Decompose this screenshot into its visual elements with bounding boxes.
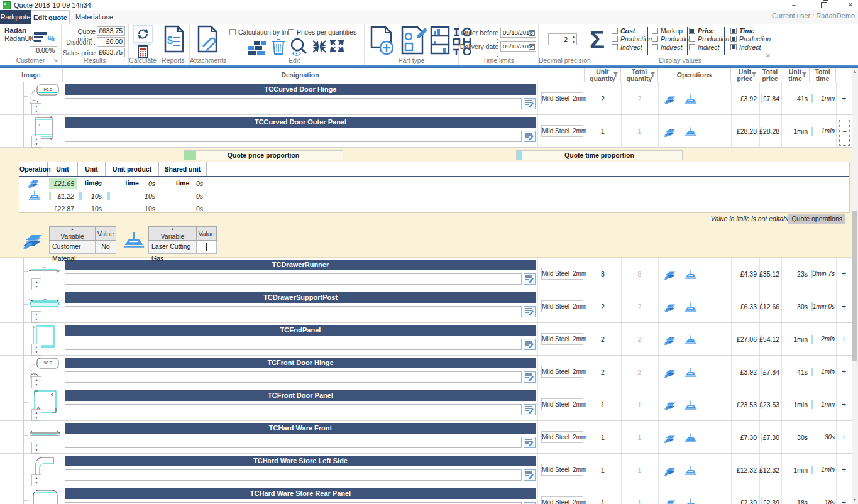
restore-button[interactable]: [817, 0, 831, 9]
part-note-input[interactable]: [65, 437, 522, 448]
tab-material-use[interactable]: Material use: [72, 10, 116, 24]
calendar-icon[interactable]: [529, 30, 535, 38]
variable-column-header[interactable]: Variable▲: [148, 226, 197, 241]
variable-value-cell[interactable]: No: [95, 241, 116, 254]
tab-edit-quote[interactable]: Edit quote: [31, 10, 70, 24]
laser-cut-icon[interactable]: [663, 432, 678, 445]
filter-funnel-icon[interactable]: [650, 71, 656, 79]
quantity-spinner[interactable]: ▲▼: [31, 103, 41, 115]
results-row-value-0[interactable]: £633.75: [97, 26, 125, 36]
ops-header-1[interactable]: Unit price: [48, 162, 78, 176]
variable-name-cell[interactable]: Customer Material: [49, 241, 96, 254]
display-values-checkbox-0-1[interactable]: [612, 36, 618, 42]
column-header-total-quantity[interactable]: Totalquantity: [621, 68, 658, 82]
calendar-icon[interactable]: [529, 43, 535, 52]
spin-up-icon[interactable]: ▲: [572, 34, 575, 39]
edit-note-button[interactable]: [524, 98, 536, 109]
attachments-icon[interactable]: [195, 25, 219, 55]
spinner-down-icon[interactable]: ▼: [32, 349, 41, 354]
scroll-down-icon[interactable]: ▼: [852, 496, 858, 504]
display-values-checkbox-0-2[interactable]: [612, 44, 618, 50]
display-values-checkbox-2-1[interactable]: [689, 36, 695, 42]
display-values-checkbox-2-2[interactable]: [689, 44, 695, 50]
laser-cut-icon[interactable]: [663, 367, 678, 380]
edit-part-icon[interactable]: [399, 25, 428, 58]
edit-note-button[interactable]: [524, 131, 536, 142]
material-badge[interactable]: Mild Steel 2mm: [541, 366, 583, 378]
unit-quantity-value[interactable]: 1: [585, 421, 621, 454]
unit-quantity-value[interactable]: 1: [585, 388, 621, 421]
edit-note-button[interactable]: [524, 273, 536, 285]
spinner-down-icon[interactable]: ▼: [32, 317, 41, 322]
spinner-down-icon[interactable]: ▼: [32, 141, 41, 146]
deburr-icon[interactable]: [683, 465, 698, 478]
unit-quantity-value[interactable]: 8: [585, 258, 621, 290]
edit-note-button[interactable]: [524, 371, 536, 383]
laser-cut-icon[interactable]: [663, 94, 678, 106]
customer-dialog-launcher-icon[interactable]: ⇲: [53, 58, 59, 63]
deburr-icon[interactable]: [683, 334, 698, 347]
expand-row-button[interactable]: +: [837, 323, 850, 356]
time-limit-date-input-1[interactable]: 09/10/2018: [500, 41, 536, 52]
edit-note-button[interactable]: [524, 404, 536, 415]
display-values-dialog-launcher-icon[interactable]: ⇲: [766, 52, 771, 58]
scrollbar-thumb[interactable]: [852, 211, 857, 361]
quantity-spinner[interactable]: ▲▼: [31, 442, 41, 454]
quantity-spinner[interactable]: ▲▼: [31, 136, 41, 148]
edit-note-button[interactable]: [524, 437, 536, 448]
filter-funnel-icon[interactable]: [801, 71, 807, 79]
delete-trash-icon[interactable]: [271, 38, 286, 57]
new-part-icon[interactable]: [368, 25, 395, 58]
expand-row-button[interactable]: +: [837, 486, 850, 504]
filter-funnel-icon[interactable]: [751, 71, 757, 79]
quote-operations-button[interactable]: Quote operations: [788, 214, 845, 224]
material-badge[interactable]: Mild Steel 2mm: [541, 431, 583, 443]
display-values-checkbox-1-0[interactable]: [652, 28, 658, 34]
spinner-up-icon[interactable]: ▲: [32, 410, 41, 415]
quantity-spinner[interactable]: ▲▼: [31, 474, 41, 486]
column-header-image[interactable]: Image: [0, 68, 63, 82]
column-header-unit-time[interactable]: Unittime: [781, 68, 810, 82]
edit-note-button[interactable]: [524, 306, 536, 317]
tab-radquote[interactable]: Radquote: [0, 10, 31, 24]
expand-all-icon[interactable]: [329, 38, 345, 55]
part-note-input[interactable]: [65, 131, 522, 142]
unit-quantity-value[interactable]: 1: [585, 115, 621, 148]
reports-icon[interactable]: $: [162, 25, 186, 55]
part-thumbnail-image[interactable]: [27, 488, 62, 504]
column-header-total-price[interactable]: Totalprice: [759, 68, 781, 82]
filter-funnel-icon[interactable]: [613, 71, 619, 79]
variable-column-header[interactable]: Variable▲: [49, 226, 96, 241]
display-values-checkbox-1-2[interactable]: [652, 44, 658, 50]
time-limit-date-input-0[interactable]: 09/10/2018: [500, 28, 536, 38]
results-row-value-2[interactable]: £633.75: [97, 48, 125, 57]
laser-cut-icon[interactable]: [663, 302, 678, 314]
laser-cut-icon[interactable]: [663, 269, 678, 282]
laser-cut-icon[interactable]: [663, 400, 678, 412]
variable-value-cell[interactable]: [196, 241, 217, 254]
column-header-material[interactable]: [537, 68, 585, 82]
part-note-input[interactable]: [65, 306, 522, 317]
preview-magnifier-icon[interactable]: [289, 37, 309, 57]
bricks-icon[interactable]: [246, 39, 269, 57]
customer-discount-input[interactable]: 0.00%: [30, 46, 57, 55]
spinner-up-icon[interactable]: ▲: [32, 312, 41, 317]
spinner-up-icon[interactable]: ▲: [32, 279, 41, 284]
laser-cut-icon[interactable]: [663, 465, 678, 478]
unit-quantity-value[interactable]: 1: [585, 454, 621, 486]
part-note-input[interactable]: [65, 339, 522, 350]
deburr-icon[interactable]: [683, 269, 698, 282]
results-row-value-1[interactable]: £0.00: [97, 37, 125, 47]
spinner-up-icon[interactable]: ▲: [32, 475, 41, 480]
edit-checkbox-0[interactable]: [229, 29, 236, 35]
expand-row-button[interactable]: +: [837, 454, 850, 486]
display-values-checkbox-3-0[interactable]: [730, 28, 737, 34]
spinner-down-icon[interactable]: ▼: [32, 415, 41, 420]
spinner-down-icon[interactable]: ▼: [32, 447, 41, 452]
collapse-row-button[interactable]: −: [839, 118, 850, 146]
value-column-header[interactable]: Value: [95, 226, 116, 241]
laser-cut-icon[interactable]: [663, 126, 678, 139]
unit-quantity-value[interactable]: 2: [585, 82, 621, 115]
spinner-up-icon[interactable]: ▲: [32, 344, 41, 349]
spinner-down-icon[interactable]: ▼: [32, 382, 41, 387]
